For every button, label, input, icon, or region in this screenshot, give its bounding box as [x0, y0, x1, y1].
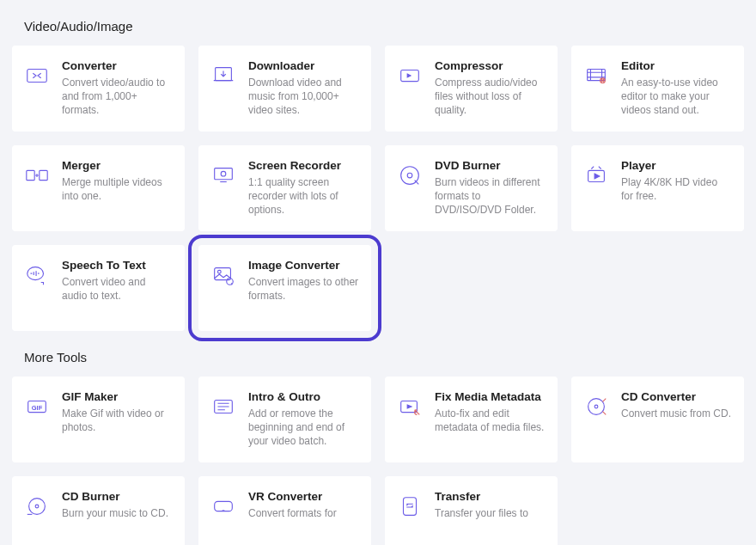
tool-desc: Download video and music from 10,000+ vi…: [248, 76, 359, 118]
editor-icon: [583, 63, 609, 89]
tool-title: DVD Burner: [435, 159, 546, 172]
gif-maker-icon: GIF: [24, 394, 50, 419]
tool-title: Speech To Text: [62, 259, 173, 272]
svg-rect-5: [27, 170, 34, 180]
tool-desc: Compress audio/video files without loss …: [435, 76, 546, 118]
tool-title: Converter: [62, 59, 173, 72]
speech-to-text-icon: [24, 262, 50, 288]
merger-icon: [24, 162, 50, 188]
tool-title: Merger: [62, 159, 173, 172]
tool-desc: Convert music from CD.: [621, 407, 732, 420]
tool-desc: Play 4K/8K HD video for free.: [621, 175, 732, 203]
transfer-icon: [397, 493, 423, 519]
tool-title: CD Converter: [621, 390, 732, 403]
svg-point-22: [35, 505, 39, 508]
tool-title: Editor: [621, 59, 732, 72]
tool-title: Player: [621, 159, 732, 172]
compressor-icon: [397, 63, 423, 89]
svg-point-10: [407, 173, 412, 178]
tool-desc: Burn videos in different formats to DVD/…: [435, 175, 546, 217]
section-title: More Tools: [12, 331, 744, 377]
tool-desc: Add or remove the beginning and end of y…: [248, 407, 359, 449]
tool-card-intro-outro[interactable]: Intro & OutroAdd or remove the beginning…: [198, 377, 371, 462]
tool-desc: Convert video and audio to text.: [62, 275, 173, 303]
dvd-burner-icon: [397, 162, 423, 188]
tool-title: GIF Maker: [62, 390, 173, 403]
svg-rect-24: [404, 498, 417, 516]
tool-card-vr-converter[interactable]: VR ConverterConvert formats for: [198, 476, 371, 545]
tool-desc: Auto-fix and edit metadata of media file…: [435, 407, 546, 434]
tool-card-gif-maker[interactable]: GIFGIF MakerMake Gif with video or photo…: [12, 377, 185, 462]
tool-desc: Merge multiple videos into one.: [62, 175, 173, 203]
cd-converter-icon: [583, 394, 609, 419]
svg-rect-3: [588, 70, 606, 81]
image-converter-icon: [210, 262, 236, 288]
tool-title: Fix Media Metadata: [435, 390, 546, 403]
svg-point-8: [221, 171, 226, 176]
svg-rect-13: [215, 268, 231, 280]
tool-desc: Burn your music to CD.: [62, 506, 173, 520]
tool-desc: Convert images to other formats.: [248, 275, 359, 303]
tool-card-editor[interactable]: EditorAn easy-to-use video editor to mak…: [571, 46, 744, 132]
converter-icon: [24, 63, 50, 89]
tool-title: Compressor: [435, 59, 546, 72]
tool-card-downloader[interactable]: DownloaderDownload video and music from …: [198, 46, 371, 132]
fix-media-metadata-icon: [397, 394, 423, 419]
tool-grid: GIFGIF MakerMake Gif with video or photo…: [12, 377, 744, 545]
tool-desc: An easy-to-use video editor to make your…: [621, 76, 732, 118]
tool-card-speech-to-text[interactable]: Speech To TextConvert video and audio to…: [12, 245, 185, 331]
tool-desc: Transfer your files to: [435, 506, 546, 520]
tool-card-cd-converter[interactable]: CD ConverterConvert music from CD.: [571, 377, 744, 462]
tool-title: CD Burner: [62, 490, 173, 503]
player-icon: [583, 162, 609, 188]
tool-card-converter[interactable]: ConverterConvert video/audio to and from…: [12, 46, 185, 132]
tool-card-image-converter[interactable]: Image ConverterConvert images to other f…: [198, 245, 371, 331]
svg-rect-23: [215, 501, 233, 511]
svg-text:GIF: GIF: [32, 404, 43, 412]
tool-title: Transfer: [435, 490, 546, 503]
svg-point-20: [594, 405, 598, 408]
svg-point-12: [27, 267, 44, 280]
svg-point-14: [217, 270, 221, 273]
tool-title: Screen Recorder: [248, 159, 359, 172]
tool-title: Image Converter: [248, 259, 359, 272]
vr-converter-icon: [210, 493, 236, 519]
tool-card-merger[interactable]: MergerMerge multiple videos into one.: [12, 145, 185, 231]
section-title: Video/Audio/Image: [12, 0, 744, 46]
tool-grid: ConverterConvert video/audio to and from…: [12, 46, 744, 331]
tool-card-player[interactable]: PlayerPlay 4K/8K HD video for free.: [571, 145, 744, 231]
tool-card-cd-burner[interactable]: CD BurnerBurn your music to CD.: [12, 476, 185, 545]
svg-rect-6: [40, 170, 47, 180]
tool-card-fix-media-metadata[interactable]: Fix Media MetadataAuto-fix and edit meta…: [385, 377, 558, 462]
tool-desc: Make Gif with video or photos.: [62, 407, 173, 434]
svg-point-19: [588, 399, 605, 415]
tool-title: Intro & Outro: [248, 390, 359, 403]
tool-card-screen-recorder[interactable]: Screen Recorder1:1 quality screen record…: [198, 145, 371, 231]
intro-outro-icon: [210, 394, 236, 419]
tool-card-compressor[interactable]: CompressorCompress audio/video files wit…: [385, 46, 558, 132]
cd-burner-icon: [24, 493, 50, 519]
tool-desc: Convert video/audio to and from 1,000+ f…: [62, 76, 173, 118]
svg-point-21: [29, 499, 46, 515]
tool-desc: Convert formats for: [248, 506, 359, 520]
tool-card-dvd-burner[interactable]: DVD BurnerBurn videos in different forma…: [385, 145, 558, 231]
screen-recorder-icon: [210, 162, 236, 188]
downloader-icon: [210, 63, 236, 89]
tool-desc: 1:1 quality screen recorder with lots of…: [248, 175, 359, 217]
tool-title: VR Converter: [248, 490, 359, 503]
tool-card-transfer[interactable]: TransferTransfer your files to: [385, 476, 558, 545]
svg-rect-7: [215, 168, 233, 180]
tool-title: Downloader: [248, 59, 359, 72]
